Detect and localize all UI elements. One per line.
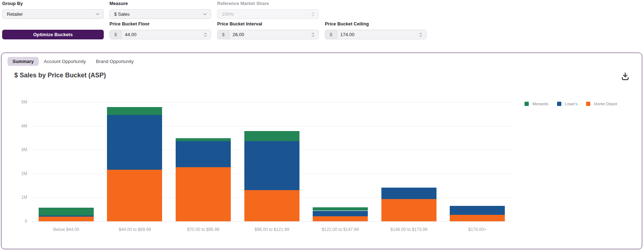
stepper-up-down-icon[interactable]	[311, 12, 315, 16]
bar-segment[interactable]	[381, 199, 436, 221]
legend-swatch	[557, 102, 561, 106]
bar-segment[interactable]	[107, 107, 162, 115]
app-root: Group By Retailer Measure $ Sales Refere…	[0, 0, 644, 251]
bar-segment[interactable]	[176, 141, 231, 167]
chevron-down-icon	[96, 13, 100, 16]
bar-segment[interactable]	[39, 216, 94, 217]
bar-segment[interactable]	[244, 190, 299, 221]
bar-segment[interactable]	[313, 211, 368, 216]
reference-market-share-input[interactable]: 100%	[217, 9, 319, 19]
bar-segment[interactable]	[244, 131, 299, 141]
measure-value: $ Sales	[110, 11, 211, 17]
dollar-prefix: $	[325, 30, 337, 39]
stepper-up-down-icon[interactable]	[311, 32, 315, 37]
reference-market-share-control: Reference Market Share 100%	[217, 1, 319, 19]
optimize-buckets-button[interactable]: Optimize Buckets	[2, 30, 104, 39]
y-tick-label: 2M	[11, 171, 27, 176]
group-by-control: Group By Retailer	[2, 1, 104, 19]
bar-segment[interactable]	[107, 170, 162, 221]
bar-segment[interactable]	[39, 217, 94, 221]
price-bucket-floor-value: 44.00	[122, 32, 211, 37]
bar-segment[interactable]	[176, 138, 231, 141]
bar-segment[interactable]	[244, 141, 299, 190]
y-tick-label: 4M	[11, 124, 27, 129]
price-bucket-interval-value: 26.00	[229, 32, 318, 37]
chevron-down-icon	[203, 13, 207, 16]
dollar-prefix: $	[110, 30, 122, 39]
measure-select[interactable]: $ Sales	[109, 9, 211, 19]
bar-segment[interactable]	[313, 216, 368, 221]
x-axis-label: $174.00+	[443, 227, 512, 232]
x-axis-label: $44.00 to $69.99	[101, 227, 169, 232]
bar-segment[interactable]	[107, 115, 162, 170]
legend-label: Home Depot	[594, 102, 617, 106]
x-axis-label: $148.00 to $173.99	[375, 227, 443, 232]
gridline	[32, 102, 512, 102]
bar-segment[interactable]	[381, 188, 436, 199]
y-tick-label: 0	[11, 219, 27, 224]
legend-swatch	[586, 102, 590, 106]
price-bucket-interval-label: Price Bucket Interval	[217, 22, 319, 26]
legend-item[interactable]: Menards	[525, 102, 548, 106]
x-axis-label: Below $44.00	[32, 227, 101, 232]
x-axis-label: $70.00 to $95.99	[169, 227, 238, 232]
stepper-up-down-icon[interactable]	[204, 32, 207, 37]
legend-label: Lowe's	[565, 102, 577, 106]
gridline	[32, 221, 512, 222]
reference-market-share-value: 100%	[218, 11, 318, 17]
price-bucket-interval-control: Price Bucket Interval $ 26.00	[217, 22, 319, 39]
y-tick-label: 3M	[11, 147, 27, 152]
legend-swatch	[525, 102, 529, 106]
reference-market-share-label: Reference Market Share	[217, 1, 319, 6]
chart-legend: MenardsLowe'sHome Depot	[525, 102, 617, 106]
price-bucket-interval-input[interactable]: $ 26.00	[217, 30, 319, 39]
y-tick-label: 1M	[11, 195, 27, 200]
price-bucket-ceiling-control: Price Bucket Ceiling $ 174.00	[325, 22, 426, 39]
bar-segment[interactable]	[313, 207, 368, 211]
group-by-label: Group By	[2, 1, 104, 6]
price-bucket-floor-control: Price Bucket Floor $ 44.00	[109, 22, 211, 39]
price-bucket-floor-input[interactable]: $ 44.00	[109, 30, 211, 39]
x-axis-label: $122.00 to $147.99	[306, 227, 375, 232]
group-by-select[interactable]: Retailer	[2, 9, 104, 19]
legend-item[interactable]: Home Depot	[586, 102, 617, 106]
y-tick-label: 5M	[11, 100, 27, 105]
price-bucket-ceiling-input[interactable]: $ 174.00	[325, 30, 426, 39]
legend-label: Menards	[532, 102, 548, 106]
bar-segment[interactable]	[450, 215, 505, 221]
dollar-prefix: $	[218, 30, 229, 39]
price-bucket-ceiling-value: 174.00	[337, 32, 426, 37]
bar-segment[interactable]	[39, 208, 94, 216]
legend-item[interactable]: Lowe's	[557, 102, 577, 106]
bar-segment[interactable]	[176, 167, 231, 221]
summary-panel: Summary Account Opportunity Brand Opport…	[1, 53, 642, 249]
price-bucket-floor-label: Price Bucket Floor	[109, 22, 211, 26]
chart: 01M2M3M4M5MBelow $44.00$44.00 to $69.99$…	[1, 53, 642, 249]
group-by-value: Retailer	[3, 11, 103, 17]
price-bucket-ceiling-label: Price Bucket Ceiling	[325, 22, 426, 26]
measure-label: Measure	[109, 1, 211, 6]
x-axis-label: $96.00 to $121.99	[238, 227, 306, 232]
stepper-up-down-icon[interactable]	[419, 32, 423, 37]
gridline	[32, 126, 512, 126]
bar-segment[interactable]	[450, 206, 505, 215]
measure-control: Measure $ Sales	[109, 1, 211, 19]
